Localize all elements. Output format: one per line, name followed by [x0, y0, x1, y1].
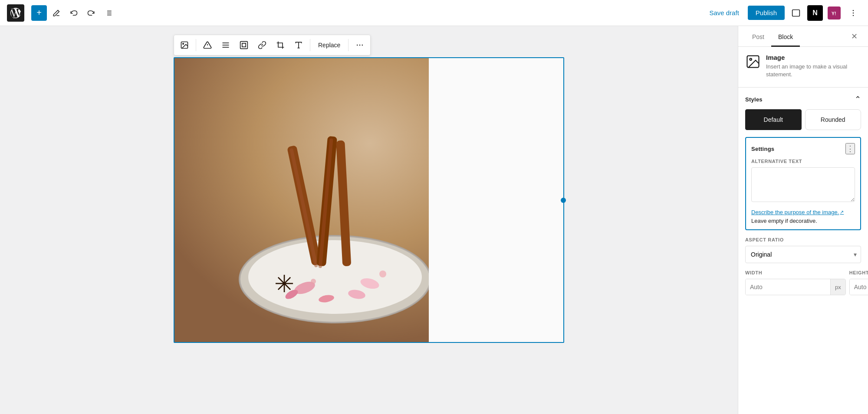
alt-text-label: ALTERNATIVE TEXT	[751, 159, 855, 164]
settings-header: Settings ⋮	[751, 143, 855, 154]
align-button[interactable]	[217, 36, 234, 54]
alt-text-link[interactable]: Describe the purpose of the image. ↗	[751, 209, 844, 215]
alt-text-button[interactable]	[199, 36, 216, 54]
svg-point-44	[750, 59, 752, 61]
text-overlay-button[interactable]	[290, 36, 307, 54]
toolbar-separator	[196, 39, 196, 51]
image-block-wrapper: ✳	[174, 57, 564, 343]
svg-point-8	[853, 10, 854, 11]
external-link-icon: ↗	[840, 209, 844, 215]
block-description: Insert an image to make a visual stateme…	[766, 63, 861, 78]
aspect-ratio-wrapper: Original 1:1 4:3 16:9 3:2 ▾	[745, 246, 861, 263]
block-toolbar-wrapper: Replace	[174, 35, 564, 55]
publish-button[interactable]: Publish	[748, 6, 785, 20]
svg-point-23	[359, 45, 361, 46]
width-input[interactable]	[746, 279, 830, 295]
svg-rect-19	[242, 43, 246, 47]
redo-button[interactable]	[83, 5, 99, 21]
divider	[738, 87, 868, 88]
editor-controls: +	[31, 5, 116, 21]
styles-toggle-button[interactable]: ⌃	[855, 95, 861, 104]
image-block[interactable]: ✳	[174, 57, 564, 343]
height-group: HEIGHT px	[849, 270, 868, 295]
more-options-button[interactable]	[845, 5, 861, 21]
block-title: Image	[766, 54, 861, 61]
sidebar: Post Block ✕ Image Insert an image to ma…	[738, 26, 868, 414]
style-rounded-button[interactable]: Rounded	[805, 109, 861, 130]
block-info: Image Insert an image to make a visual s…	[745, 54, 861, 78]
add-block-button[interactable]: +	[31, 5, 47, 21]
tab-block[interactable]: Block	[771, 28, 800, 47]
replace-button[interactable]: Replace	[313, 39, 345, 51]
aspect-ratio-select[interactable]: Original 1:1 4:3 16:9 3:2	[745, 246, 861, 263]
svg-point-9	[853, 12, 854, 13]
svg-point-22	[357, 45, 358, 46]
block-toolbar: Replace	[174, 35, 371, 55]
svg-point-24	[362, 45, 363, 46]
link-button[interactable]	[253, 36, 271, 54]
view-button[interactable]	[788, 5, 804, 21]
style-default-button[interactable]: Default	[745, 109, 802, 130]
svg-point-10	[853, 15, 854, 16]
settings-section: Settings ⋮ ALTERNATIVE TEXT Describe the…	[745, 137, 861, 230]
yoast-button[interactable]: Y!	[826, 5, 842, 21]
toolbar-separator-2	[310, 39, 310, 51]
height-input-wrapper: px	[849, 279, 868, 295]
main-layout: Replace	[0, 26, 868, 414]
block-image-icon	[745, 54, 761, 69]
styles-section-header[interactable]: Styles ⌃	[745, 95, 861, 104]
svg-text:✳: ✳	[274, 271, 294, 297]
tab-post[interactable]: Post	[745, 28, 771, 47]
sidebar-content: Image Insert an image to make a visual s…	[738, 47, 868, 414]
toolbar-separator-3	[348, 39, 349, 51]
width-input-wrapper: px	[745, 279, 846, 295]
width-unit: px	[830, 279, 845, 295]
close-sidebar-button[interactable]: ✕	[847, 29, 861, 43]
more-block-options-button[interactable]	[351, 36, 368, 54]
save-draft-button[interactable]: Save draft	[704, 7, 744, 19]
aspect-ratio-label: ASPECT RATIO	[745, 237, 861, 242]
tools-button[interactable]	[49, 5, 64, 21]
alt-text-input[interactable]	[751, 167, 855, 202]
svg-point-42	[311, 279, 316, 284]
svg-rect-18	[240, 42, 248, 49]
svg-text:Y!: Y!	[832, 10, 836, 16]
editor-area: Replace	[0, 26, 738, 414]
image-type-button[interactable]	[176, 36, 193, 54]
sidebar-tabs: Post Block ✕	[738, 26, 868, 47]
settings-title: Settings	[751, 146, 774, 152]
height-label: HEIGHT	[849, 270, 868, 275]
width-group: WIDTH px	[745, 270, 846, 295]
style-options: Default Rounded	[745, 109, 861, 130]
width-label: WIDTH	[745, 270, 846, 275]
list-view-button[interactable]	[101, 5, 116, 21]
top-bar-right: Save draft Publish N Y!	[704, 5, 861, 21]
notion-button[interactable]: N	[807, 5, 823, 21]
alt-note: Leave empty if decorative.	[751, 218, 855, 224]
image-empty-area	[429, 58, 563, 342]
height-input[interactable]	[850, 279, 868, 295]
dimension-row: WIDTH px HEIGHT px	[745, 270, 861, 295]
wordpress-logo[interactable]	[7, 4, 24, 22]
settings-more-button[interactable]: ⋮	[845, 143, 855, 154]
top-toolbar: + Save draft Publish	[0, 0, 868, 26]
styles-title: Styles	[745, 96, 763, 103]
undo-button[interactable]	[66, 5, 82, 21]
svg-rect-6	[792, 10, 800, 16]
crop-button[interactable]	[272, 36, 289, 54]
resize-handle[interactable]	[561, 198, 566, 203]
media-button[interactable]	[235, 36, 253, 54]
svg-point-12	[183, 43, 184, 45]
svg-point-41	[379, 271, 386, 277]
